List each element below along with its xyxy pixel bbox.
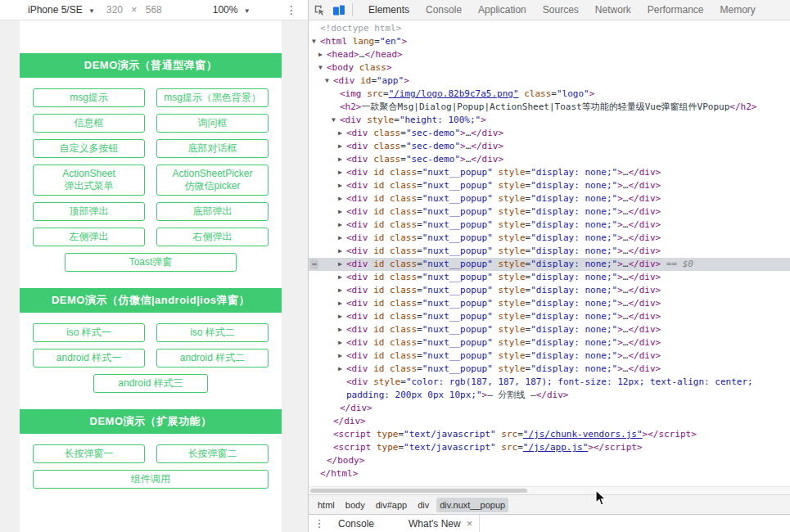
code-line[interactable]: </div> (309, 415, 790, 428)
expand-arrow-icon[interactable]: ▶ (338, 258, 342, 271)
breadcrumb-item[interactable]: div (414, 498, 432, 512)
drawer-tab-what-s-new[interactable]: What's New× (400, 515, 480, 532)
devtools-tab-console[interactable]: Console (418, 0, 470, 20)
device-selector[interactable]: iPhone 5/SE ▼ (28, 4, 95, 16)
expand-arrow-icon[interactable]: ▶ (338, 245, 342, 258)
code-line[interactable]: </div> (309, 402, 790, 415)
demo-button[interactable]: 组件调用 (33, 470, 269, 489)
code-line[interactable]: ▶<div id class="nuxt__popup" style="disp… (309, 336, 790, 349)
devtools-tab-performance[interactable]: Performance (639, 0, 712, 20)
zoom-selector[interactable]: 100% ▼ (213, 4, 251, 16)
drawer-tab-console[interactable]: Console (330, 515, 382, 532)
expand-arrow-icon[interactable]: ▶ (338, 192, 342, 205)
code-line[interactable]: ▶<div id class="nuxt__popup" style="disp… (309, 271, 790, 284)
breadcrumb-item[interactable]: div.nuxt__popup (436, 498, 508, 512)
expand-arrow-icon[interactable]: ▶ (338, 363, 342, 376)
demo-button[interactable]: 左侧弹出 (33, 228, 145, 246)
code-line[interactable]: ▼<div id="app"> (309, 74, 790, 88)
breadcrumb-item[interactable]: div#app (372, 498, 411, 512)
expand-arrow-icon[interactable]: ▶ (338, 323, 342, 336)
demo-button[interactable]: android 样式二 (156, 349, 269, 367)
more-actions-icon[interactable]: ⋯ (310, 259, 318, 269)
devtools-tab-network[interactable]: Network (587, 0, 639, 20)
expand-arrow-icon[interactable]: ▶ (338, 271, 342, 284)
expand-arrow-icon[interactable]: ▶ (338, 310, 342, 323)
more-options-icon[interactable]: ⋮ (286, 3, 297, 16)
expand-arrow-icon[interactable]: ▶ (338, 153, 342, 166)
devtools-tab-elements[interactable]: Elements (360, 0, 418, 20)
code-line[interactable]: </body> (309, 454, 790, 467)
code-line[interactable]: ▶<div class="sec-demo">…</div> (309, 140, 790, 153)
code-line[interactable]: ▶<div id class="nuxt__popup" style="disp… (309, 205, 790, 219)
code-line[interactable]: <script type="text/javascript" src="/js/… (309, 441, 790, 454)
expand-arrow-icon[interactable]: ▶ (338, 140, 342, 153)
collapse-arrow-icon[interactable]: ▼ (318, 61, 323, 74)
code-line[interactable]: <div style="color: rgb(187, 187, 187); f… (309, 376, 790, 389)
expand-arrow-icon[interactable]: ▶ (338, 349, 342, 363)
demo-button[interactable]: 信息框 (33, 114, 145, 133)
code-line[interactable]: ▶<div id class="nuxt__popup" style="disp… (309, 310, 790, 323)
expand-arrow-icon[interactable]: ▶ (338, 127, 342, 140)
demo-button[interactable]: 询问框 (156, 114, 269, 133)
collapse-arrow-icon[interactable]: ▼ (312, 35, 316, 48)
demo-button[interactable]: ActionSheet弹出式菜单 (33, 165, 145, 196)
code-line[interactable]: ▶<head>…</head> (309, 48, 790, 61)
code-line[interactable]: <script type="text/javascript" src="/js/… (309, 428, 790, 441)
horizontal-scrollbar[interactable] (309, 486, 790, 494)
devtools-tab-memory[interactable]: Memory (712, 0, 764, 20)
code-line[interactable]: ▶<div id class="nuxt__popup" style="disp… (309, 192, 790, 205)
code-line[interactable]: ⋯▶<div id class="nuxt__popup" style="dis… (309, 258, 790, 271)
close-icon[interactable]: × (467, 517, 473, 530)
expand-arrow-icon[interactable]: ▶ (338, 232, 342, 245)
code-line[interactable]: ▶<div class="sec-demo">…</div> (309, 153, 790, 166)
demo-button[interactable]: Toast弹窗 (65, 253, 237, 272)
demo-button[interactable]: msg提示 (33, 88, 145, 107)
code-line[interactable]: ▼<body class> (309, 61, 790, 74)
demo-button[interactable]: 底部弹出 (156, 202, 269, 221)
code-line[interactable]: ▼<div style="height: 100%;"> (309, 114, 790, 127)
expand-arrow-icon[interactable]: ▶ (338, 284, 342, 297)
inspect-element-icon[interactable] (309, 4, 329, 16)
devtools-tab-application[interactable]: Application (470, 0, 535, 20)
expand-arrow-icon[interactable]: ▶ (338, 179, 342, 192)
breadcrumb-item[interactable]: body (342, 498, 368, 512)
demo-button[interactable]: 长按弹窗一 (33, 444, 145, 463)
device-toolbar-toggle-icon[interactable] (329, 5, 350, 16)
code-line[interactable]: <!doctype html> (309, 22, 790, 35)
breadcrumb-item[interactable]: html (314, 498, 338, 512)
demo-button[interactable]: iso 样式二 (156, 323, 269, 342)
code-line[interactable]: ▶<div id class="nuxt__popup" style="disp… (309, 245, 790, 258)
expand-arrow-icon[interactable]: ▶ (338, 166, 342, 179)
demo-button[interactable]: iso 样式一 (33, 323, 145, 342)
code-line[interactable]: </html> (309, 467, 790, 480)
code-line[interactable]: ▶<div id class="nuxt__popup" style="disp… (309, 232, 790, 245)
demo-button[interactable]: android 样式三 (93, 374, 208, 393)
code-line[interactable]: ▶<div id class="nuxt__popup" style="disp… (309, 323, 790, 336)
code-line[interactable]: ▶<div id class="nuxt__popup" style="disp… (309, 363, 790, 376)
code-line[interactable]: ▶<div id class="nuxt__popup" style="disp… (309, 349, 790, 363)
devtools-tab-sources[interactable]: Sources (535, 0, 587, 20)
drawer-menu-icon[interactable]: ⋮ (309, 517, 330, 530)
collapse-arrow-icon[interactable]: ▼ (332, 114, 336, 127)
expand-arrow-icon[interactable]: ▶ (338, 297, 342, 310)
demo-button[interactable]: 长按弹窗二 (156, 444, 269, 463)
code-line[interactable]: padding: 200px 0px 10px;">— 分割线 —</div> (309, 389, 790, 402)
collapse-arrow-icon[interactable]: ▼ (325, 74, 329, 88)
demo-button[interactable]: ActionSheetPicker仿微信picker (156, 165, 269, 196)
code-line[interactable]: ▶<div id class="nuxt__popup" style="disp… (309, 284, 790, 297)
code-line[interactable]: <h2>一款聚合Msg|Dialog|Popup|ActionSheet|Toa… (309, 101, 790, 114)
expand-arrow-icon[interactable]: ▶ (338, 205, 342, 219)
expand-arrow-icon[interactable]: ▶ (318, 48, 323, 61)
demo-button[interactable]: msg提示（黑色背景） (156, 88, 269, 107)
code-line[interactable]: ▶<div class="sec-demo">…</div> (309, 127, 790, 140)
scrollbar-thumb[interactable] (310, 489, 527, 493)
code-line[interactable]: <img src="/img/logo.82b9c7a5.png" class=… (309, 88, 790, 101)
demo-button[interactable]: 顶部弹出 (33, 202, 145, 221)
demo-button[interactable]: 自定义多按钮 (33, 139, 145, 158)
expand-arrow-icon[interactable]: ▶ (338, 219, 342, 232)
code-line[interactable]: ▶<div id class="nuxt__popup" style="disp… (309, 166, 790, 179)
expand-arrow-icon[interactable]: ▶ (338, 336, 342, 349)
demo-button[interactable]: 右侧弹出 (156, 228, 269, 246)
demo-button[interactable]: 底部对话框 (156, 139, 269, 158)
code-line[interactable]: ▼<html lang="en"> (309, 35, 790, 48)
